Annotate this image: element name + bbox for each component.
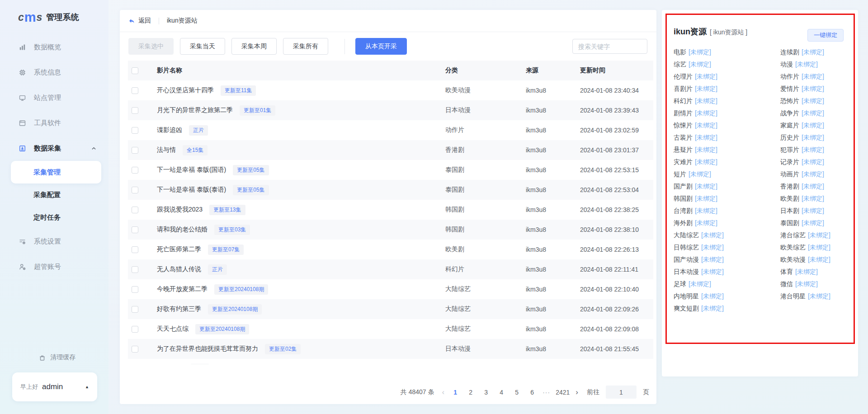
unbound-link[interactable]: [未绑定]: [701, 305, 724, 313]
unbound-link[interactable]: [未绑定]: [695, 158, 717, 166]
sidebar-item-site-management[interactable]: 站点管理: [0, 85, 108, 110]
row-checkbox[interactable]: [132, 167, 138, 174]
unbound-link[interactable]: [未绑定]: [802, 73, 824, 81]
row-checkbox[interactable]: [132, 266, 138, 273]
collect-button-1[interactable]: 采集当天: [180, 38, 225, 55]
page-ellipsis[interactable]: ···: [542, 389, 551, 396]
unbound-link[interactable]: [未绑定]: [695, 195, 717, 203]
source-cell: ikm3u8: [526, 345, 580, 353]
page-number-3[interactable]: 3: [480, 387, 492, 398]
page-number-1[interactable]: 1: [449, 387, 461, 398]
admin-dropdown[interactable]: 早上好 admin ▲: [12, 372, 97, 401]
unbound-link[interactable]: [未绑定]: [695, 134, 717, 142]
category-name: 动画片: [780, 170, 799, 179]
unbound-link[interactable]: [未绑定]: [802, 122, 824, 130]
row-checkbox[interactable]: [132, 306, 138, 313]
sidebar-item-system-info[interactable]: 系统信息: [0, 60, 108, 85]
collect-button-2[interactable]: 采集本周: [231, 38, 277, 55]
unbound-link[interactable]: [未绑定]: [701, 292, 724, 301]
unbound-link[interactable]: [未绑定]: [689, 61, 711, 69]
update-badge: 更新至20240108期: [208, 304, 262, 315]
unbound-link[interactable]: [未绑定]: [802, 219, 824, 227]
unbound-link[interactable]: [未绑定]: [802, 48, 824, 56]
unbound-link[interactable]: [未绑定]: [701, 244, 724, 252]
sidebar-subitem-scheduled-tasks[interactable]: 定时任务: [0, 206, 108, 229]
unbound-link[interactable]: [未绑定]: [695, 97, 717, 105]
unbound-link[interactable]: [未绑定]: [808, 231, 830, 240]
unbound-link[interactable]: [未绑定]: [695, 207, 717, 215]
select-all-checkbox[interactable]: [132, 67, 138, 74]
unbound-link[interactable]: [未绑定]: [701, 256, 724, 264]
unbound-link[interactable]: [未绑定]: [802, 207, 824, 215]
sidebar-item-tools[interactable]: 工具软件: [0, 110, 108, 136]
unbound-link[interactable]: [未绑定]: [795, 61, 818, 69]
unbound-link[interactable]: [未绑定]: [695, 85, 717, 93]
row-checkbox[interactable]: [132, 326, 138, 333]
row-checkbox[interactable]: [132, 127, 138, 134]
page-number-2[interactable]: 2: [465, 387, 476, 398]
unbound-link[interactable]: [未绑定]: [802, 183, 824, 191]
row-checkbox[interactable]: [132, 187, 138, 193]
chevron-right-icon[interactable]: ›: [574, 388, 580, 396]
unbound-link[interactable]: [未绑定]: [808, 244, 830, 252]
unbound-link[interactable]: [未绑定]: [695, 122, 717, 130]
unbound-link[interactable]: [未绑定]: [802, 158, 824, 166]
unbound-link[interactable]: [未绑定]: [795, 280, 818, 288]
movie-name: 死亡医师第二季: [157, 245, 201, 254]
time-cell: 2024-01-08 22:09:08: [580, 325, 653, 333]
unbound-link[interactable]: [未绑定]: [695, 183, 717, 191]
unbound-link[interactable]: [未绑定]: [689, 280, 711, 288]
unbound-link[interactable]: [未绑定]: [802, 109, 824, 118]
sidebar-item-label: 超管账号: [34, 263, 61, 271]
row-checkbox[interactable]: [132, 87, 138, 94]
unbound-link[interactable]: [未绑定]: [808, 256, 830, 264]
unbound-link[interactable]: [未绑定]: [701, 268, 724, 276]
unbound-link[interactable]: [未绑定]: [802, 97, 824, 105]
panel-category: 欧美剧[未绑定]: [780, 193, 858, 205]
unbound-link[interactable]: [未绑定]: [695, 109, 717, 118]
unbound-link[interactable]: [未绑定]: [689, 170, 711, 179]
sidebar-item-system-settings[interactable]: 系统设置: [0, 229, 108, 254]
category-cell: 日本动漫: [445, 345, 526, 353]
unbound-link[interactable]: [未绑定]: [695, 219, 717, 227]
sidebar-item-data-overview[interactable]: 数据概览: [0, 34, 108, 60]
row-checkbox[interactable]: [132, 207, 138, 213]
one-click-bind-button[interactable]: 一键绑定: [807, 29, 844, 42]
unbound-link[interactable]: [未绑定]: [695, 73, 717, 81]
clear-cache-button[interactable]: 清理缓存: [38, 353, 75, 362]
collect-button-3[interactable]: 采集所有: [283, 38, 328, 55]
sidebar: c m s 管理系统 数据概览系统信息站点管理工具软件数据采集采集管理采集配置定…: [0, 0, 108, 414]
row-checkbox[interactable]: [132, 147, 138, 154]
sidebar-item-admin-account[interactable]: 超管账号: [0, 254, 108, 279]
back-button[interactable]: 返回: [128, 17, 151, 25]
unbound-link[interactable]: [未绑定]: [795, 268, 818, 276]
unbound-link[interactable]: [未绑定]: [802, 146, 824, 154]
row-checkbox[interactable]: [132, 107, 138, 114]
search-input[interactable]: [572, 39, 647, 54]
row-checkbox[interactable]: [132, 246, 138, 253]
row-checkbox[interactable]: [132, 286, 138, 293]
time-cell: 2024-01-08 22:10:40: [580, 286, 653, 293]
chevron-left-icon[interactable]: ‹: [441, 388, 446, 396]
collect-button-0[interactable]: 采集选中: [128, 38, 174, 55]
page-number-2421[interactable]: 2421: [555, 387, 571, 398]
sidebar-subitem-collect-manage[interactable]: 采集管理: [11, 161, 101, 183]
unbound-link[interactable]: [未绑定]: [802, 85, 824, 93]
page-number-6[interactable]: 6: [526, 387, 538, 398]
sidebar-item-data-collect[interactable]: 数据采集: [0, 136, 108, 161]
unbound-link[interactable]: [未绑定]: [689, 48, 711, 56]
goto-page-input[interactable]: [606, 386, 637, 399]
row-checkbox[interactable]: [132, 226, 138, 233]
collect-current-page-button[interactable]: 从本页开采: [355, 38, 407, 55]
unbound-link[interactable]: [未绑定]: [802, 170, 824, 179]
unbound-link[interactable]: [未绑定]: [802, 134, 824, 142]
unbound-link[interactable]: [未绑定]: [701, 231, 724, 240]
category-name: 港台综艺: [780, 231, 806, 240]
sidebar-subitem-collect-config[interactable]: 采集配置: [0, 183, 108, 206]
page-number-4[interactable]: 4: [495, 387, 507, 398]
unbound-link[interactable]: [未绑定]: [802, 195, 824, 203]
page-number-5[interactable]: 5: [511, 387, 523, 398]
unbound-link[interactable]: [未绑定]: [808, 292, 830, 301]
row-checkbox[interactable]: [132, 346, 138, 353]
unbound-link[interactable]: [未绑定]: [695, 146, 717, 154]
